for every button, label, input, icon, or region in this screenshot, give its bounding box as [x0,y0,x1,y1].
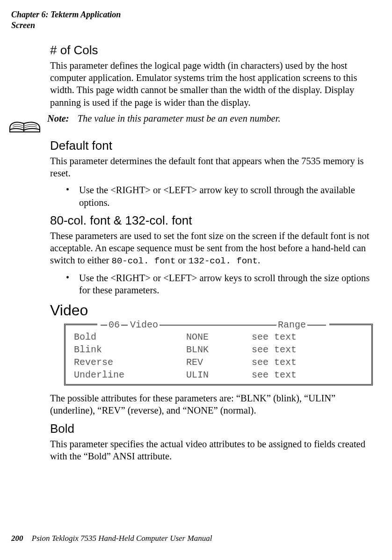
video-table: 06 Video Range Bold NONE see text Blink … [64,324,373,385]
para-col-fonts-or: or [178,255,188,265]
heading-default-font: Default font [50,138,377,153]
running-header-line1: Chapter 6: Tekterm Application [11,9,121,20]
note-label: Note: [47,113,69,124]
table-row: Bold NONE see text [74,331,363,343]
para-col-fonts: These parameters are used to set the fon… [50,230,377,267]
cell-range: see text [252,356,363,369]
mono-132col: 132-col. font [189,256,258,266]
cell-value: NONE [186,331,252,343]
cell-range: see text [252,331,363,343]
list-item: Use the <RIGHT> or <LEFT> arrow key to s… [79,184,377,208]
heading-video: Video [50,302,377,319]
cell-name: Bold [74,331,186,343]
cell-value: BLNK [186,343,252,356]
bullet-list-col-fonts: Use the <RIGHT> or <LEFT> arrow keys to … [50,272,377,296]
para-video-after: The possible attributes for these parame… [50,392,377,416]
cell-value: REV [186,356,252,369]
para-bold: This parameter specifies the actual vide… [50,438,377,462]
legend-rule-icon [160,325,276,326]
note-text: Note: The value in this parameter must b… [47,113,370,124]
cell-name: Reverse [74,356,186,369]
page: Chapter 6: Tekterm Application Screen # … [0,0,392,560]
heading-bold: Bold [50,422,377,436]
running-header-line2: Screen [11,20,121,31]
book-icon [8,113,42,134]
footer-text: Psion Teklogix 7535 Hand-Held Computer U… [32,534,212,543]
content-area: # of Cols This parameter defines the log… [50,38,377,467]
cell-range: see text [252,369,363,381]
page-number: 200 [11,534,23,543]
legend-rule-icon [101,325,107,326]
video-table-legend: 06 Video Range [97,320,329,330]
heading-cols: # of Cols [50,43,377,58]
running-header: Chapter 6: Tekterm Application Screen [11,9,121,30]
page-footer: 200 Psion Teklogix 7535 Hand-Held Comput… [11,534,212,543]
list-item: Use the <RIGHT> or <LEFT> arrow keys to … [79,272,377,296]
mono-80col: 80-col. font [112,256,176,266]
cell-name: Blink [74,343,186,356]
para-col-fonts-period: . [258,255,260,265]
legend-num: 06 [109,320,120,330]
cell-value: ULIN [186,369,252,381]
cell-name: Underline [74,369,186,381]
legend-rule-icon [121,325,128,326]
table-row: Reverse REV see text [74,356,363,369]
note-row: Note: The value in this parameter must b… [8,113,377,134]
note-body: The value in this parameter must be an e… [78,113,281,124]
legend-title: Video [130,320,158,330]
table-row: Blink BLNK see text [74,343,363,356]
video-table-body: Bold NONE see text Blink BLNK see text R… [65,328,371,382]
legend-rule-icon [307,325,326,326]
para-default-font: This parameter determines the default fo… [50,155,377,179]
cell-range: see text [252,343,363,356]
table-row: Underline ULIN see text [74,369,363,381]
para-cols: This parameter defines the logical page … [50,59,377,109]
heading-col-fonts: 80-col. font & 132-col. font [50,213,377,228]
bullet-list-default-font: Use the <RIGHT> or <LEFT> arrow key to s… [50,184,377,208]
legend-range: Range [278,320,306,330]
